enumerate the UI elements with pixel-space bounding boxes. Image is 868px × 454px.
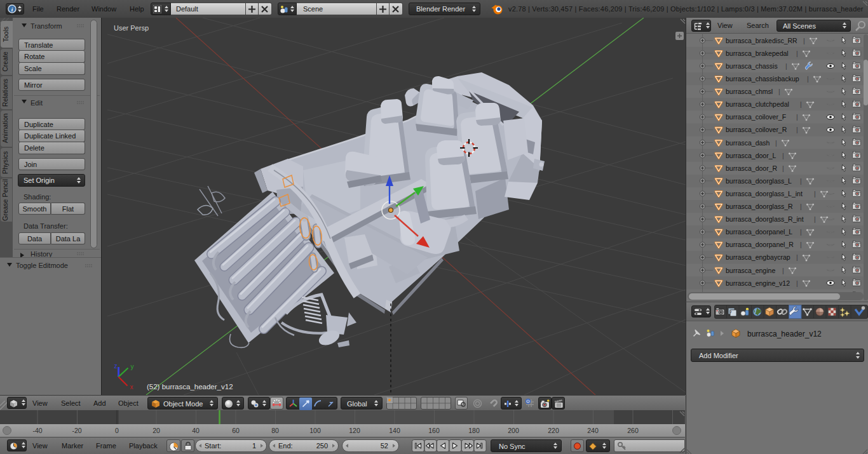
- svg-text:burrasca_door_L: burrasca_door_L: [726, 152, 776, 159]
- svg-text:burrasca_engine: burrasca_engine: [726, 267, 775, 274]
- svg-text:burrasca_door_R: burrasca_door_R: [726, 164, 778, 172]
- svg-text:burrasca_doorglass_R: burrasca_doorglass_R: [726, 203, 793, 210]
- svg-text:burrasca_doorglass_L_int: burrasca_doorglass_L_int: [726, 190, 803, 197]
- svg-text:burrasca_chassis: burrasca_chassis: [726, 62, 778, 70]
- svg-text:220: 220: [548, 427, 559, 434]
- svg-text:z: z: [114, 363, 118, 370]
- svg-text:burrasca_coilover_R: burrasca_coilover_R: [726, 126, 787, 133]
- svg-text:burrasca_chmsl: burrasca_chmsl: [726, 88, 773, 95]
- svg-text:180: 180: [468, 427, 480, 434]
- svg-text:|: |: [800, 177, 802, 185]
- svg-text:|: |: [814, 215, 816, 223]
- svg-text:y: y: [131, 363, 134, 370]
- svg-text:100: 100: [309, 427, 321, 434]
- svg-text:40: 40: [192, 427, 200, 434]
- svg-text:|: |: [796, 126, 798, 133]
- svg-text:|: |: [782, 152, 784, 159]
- svg-text:|: |: [814, 190, 816, 197]
- svg-text:|: |: [796, 113, 798, 121]
- svg-text:|: |: [807, 75, 809, 83]
- svg-text:Physics: Physics: [1, 151, 9, 174]
- svg-text:160: 160: [428, 427, 440, 434]
- svg-text:Tools: Tools: [2, 27, 10, 43]
- svg-text:-20: -20: [72, 427, 81, 434]
- svg-text:Create: Create: [1, 51, 9, 72]
- svg-text:burrasca_engbaycrap: burrasca_engbaycrap: [726, 253, 790, 261]
- svg-text:x: x: [130, 384, 133, 391]
- svg-text:burrasca_doorglass_L: burrasca_doorglass_L: [726, 177, 792, 185]
- svg-text:80: 80: [271, 427, 279, 434]
- svg-text:|: |: [800, 203, 802, 210]
- svg-text:-40: -40: [32, 427, 42, 434]
- svg-text:0: 0: [115, 427, 119, 434]
- svg-text:|: |: [796, 253, 798, 261]
- svg-text:|: |: [785, 62, 787, 70]
- svg-text:140: 140: [389, 427, 400, 434]
- svg-text:|: |: [803, 37, 805, 44]
- svg-text:|: |: [796, 50, 798, 57]
- svg-text:|: |: [775, 139, 777, 147]
- svg-text:burrasca_brakepedal: burrasca_brakepedal: [726, 50, 789, 57]
- svg-text:120: 120: [349, 427, 360, 434]
- svg-text:burrasca_header_v12: burrasca_header_v12: [747, 330, 822, 338]
- svg-text:60: 60: [232, 427, 240, 434]
- svg-text:burrasca_brakedisc_RR: burrasca_brakedisc_RR: [726, 37, 797, 44]
- svg-text:|: |: [800, 228, 802, 236]
- svg-text:Animation: Animation: [1, 114, 9, 144]
- svg-text:burrasca_dash: burrasca_dash: [726, 139, 770, 147]
- svg-text:♪: ♪: [730, 309, 733, 314]
- svg-text:burrasca_chassisbackup: burrasca_chassisbackup: [726, 75, 799, 83]
- svg-text:burrasca_coilover_F: burrasca_coilover_F: [726, 113, 786, 121]
- svg-text:|: |: [782, 164, 784, 172]
- svg-text:20: 20: [153, 427, 160, 434]
- svg-text:|: |: [800, 241, 802, 248]
- svg-text:260: 260: [627, 427, 639, 434]
- svg-text:burrasca_clutchpedal: burrasca_clutchpedal: [726, 100, 789, 108]
- svg-text:|: |: [782, 267, 784, 274]
- svg-text:burrasca_doorglass_R_int: burrasca_doorglass_R_int: [726, 215, 804, 223]
- svg-text:|: |: [796, 279, 798, 287]
- svg-text:burrasca_engine_v12: burrasca_engine_v12: [726, 279, 790, 287]
- svg-text:|: |: [778, 88, 780, 95]
- svg-text:240: 240: [587, 427, 599, 434]
- svg-text:Grease Pencil: Grease Pencil: [1, 179, 9, 221]
- svg-text:Relations: Relations: [1, 79, 9, 107]
- svg-text:|: |: [800, 100, 802, 108]
- svg-text:(52) burrasca_header_v12: (52) burrasca_header_v12: [147, 383, 233, 391]
- svg-text:200: 200: [508, 427, 519, 434]
- svg-text:burrasca_doorpanel_L: burrasca_doorpanel_L: [726, 228, 792, 236]
- svg-text:User Persp: User Persp: [114, 24, 149, 32]
- svg-text:burrasca_doorpanel_R: burrasca_doorpanel_R: [726, 241, 794, 248]
